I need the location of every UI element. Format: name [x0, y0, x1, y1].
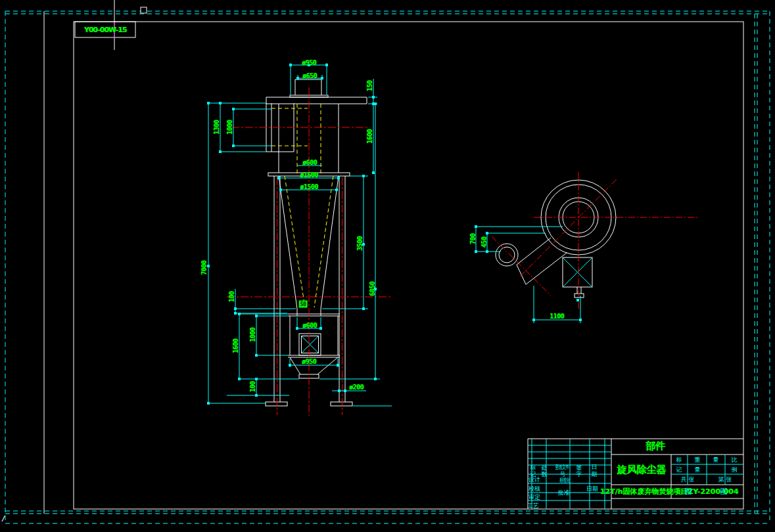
dimension-text[interactable]: ø650 — [302, 72, 317, 79]
titleblock-cell: 比 — [732, 456, 738, 464]
dimension-lines — [476, 227, 580, 323]
dimension-text[interactable]: 150 — [366, 81, 373, 92]
dimension-text[interactable]: 1600 — [366, 129, 373, 144]
dimension-text[interactable]: 3500 — [356, 236, 364, 251]
drawing-frame — [44, 11, 743, 514]
titleblock-cell: 量 — [695, 466, 701, 474]
titleblock-cell: 记 — [676, 466, 682, 474]
cad-drawing-canvas: Y00-00W-15 / ø950 ø650 150 1600 1300 100… — [0, 0, 775, 532]
titleblock-fragment: 字 — [576, 470, 582, 479]
front-view[interactable] — [207, 63, 392, 416]
titleblock-fragment: 设计 — [528, 476, 540, 484]
titleblock-fragment: 标准化 — [559, 476, 570, 485]
dimension-text[interactable]: 7000 — [200, 261, 208, 275]
titleblock-fragment: 期 — [592, 470, 598, 479]
dimension-text[interactable]: ø1600 — [300, 171, 318, 179]
dimension-text[interactable]: ø950 — [302, 59, 316, 66]
titleblock-fragment: 图 — [685, 487, 692, 497]
corner-mark: / — [1, 514, 6, 523]
selected-dimension-text[interactable]: 50 — [299, 301, 308, 308]
dimension-text[interactable]: ø600 — [302, 159, 317, 166]
sheet-number-cell: 第 张 — [718, 476, 732, 484]
title-project-code: 12T/h固体废弃物焚烧项目ZY-2200-004 — [600, 487, 739, 497]
titleblock-fragment: 数 — [542, 470, 548, 479]
dimension-text[interactable]: ø1500 — [300, 183, 318, 190]
drawing-number-label[interactable]: Y00-00W-15 — [84, 26, 127, 34]
dimension-text[interactable]: 700 — [469, 234, 477, 245]
titleblock-fragment: 图 — [720, 487, 728, 497]
dimension-text[interactable]: 450 — [481, 237, 488, 248]
dimension-text[interactable]: 1300 — [213, 120, 220, 135]
dimension-text[interactable]: 1000 — [249, 328, 256, 342]
dimension-text[interactable]: 100 — [249, 382, 256, 393]
titleblock-cell: 标 — [676, 456, 682, 464]
dimension-text[interactable]: ø200 — [349, 384, 364, 391]
dimension-text[interactable]: 6850 — [369, 282, 376, 296]
tangential-inlet — [517, 238, 567, 284]
titleblock-cell: 量 — [713, 456, 719, 464]
sheet-count-cell: 共 张 — [681, 476, 695, 484]
titleblock-fragment: 工艺 — [527, 502, 539, 510]
dimension-text[interactable]: ø950 — [302, 358, 316, 365]
dimension-text[interactable]: 1600 — [232, 339, 239, 353]
title-part-name: 旋风除尘器 — [617, 464, 667, 476]
dimension-text[interactable]: 100 — [228, 292, 235, 303]
support-legs — [274, 176, 345, 402]
title-part-type: 部件 — [646, 440, 665, 453]
hidden-lines — [271, 104, 333, 307]
titleblock-cell: 例 — [732, 466, 738, 474]
dimension-lines — [208, 63, 392, 406]
titleblock-fragment: 日期 — [586, 485, 598, 493]
grip-handle[interactable] — [141, 7, 147, 13]
dimension-text[interactable]: 1000 — [226, 120, 233, 135]
titleblock-fragment: 批准 — [558, 489, 570, 497]
dimension-grips — [207, 64, 377, 405]
titleblock-fragment: 校核 — [528, 485, 540, 493]
centerlines — [492, 172, 698, 309]
titleblock-cell: 重 — [695, 456, 701, 464]
titleblock-fragment: 审定 — [528, 493, 540, 502]
top-view[interactable] — [475, 172, 698, 323]
dimension-text[interactable]: 1100 — [550, 313, 564, 320]
dimension-text[interactable]: ø600 — [302, 322, 317, 329]
